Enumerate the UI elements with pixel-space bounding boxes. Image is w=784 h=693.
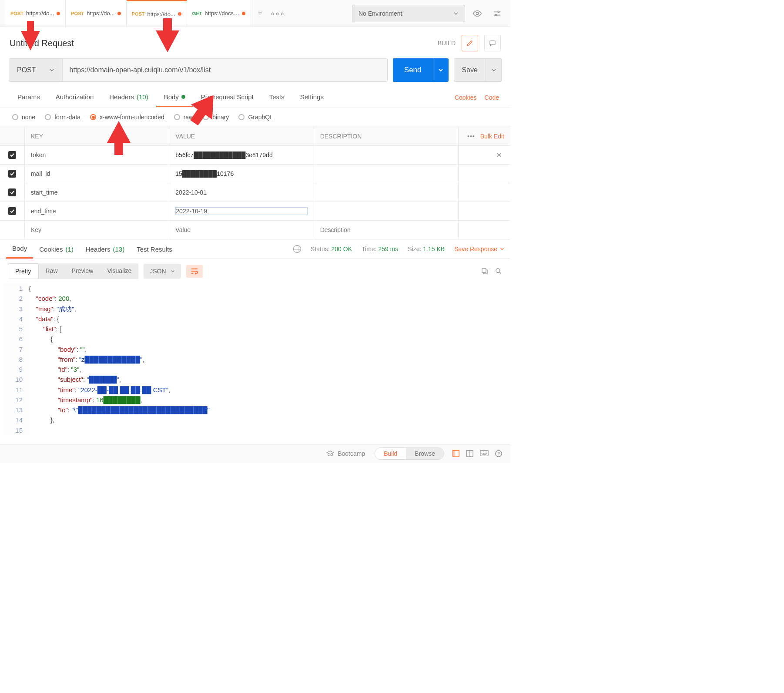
http-method-select[interactable]: POST [9,58,63,82]
columns-menu-button[interactable]: ••• [467,133,475,140]
method-badge: POST [10,11,23,16]
resp-tab-body[interactable]: Body [6,239,33,259]
body-type-none[interactable]: none [12,114,35,121]
code-link[interactable]: Code [485,94,499,101]
pane-single-icon [452,450,460,458]
tab-0[interactable]: POST https://do... [5,0,66,27]
search-button[interactable] [495,267,503,275]
sliders-icon [493,9,502,18]
pane-split-icon [466,450,474,458]
value-input[interactable] [175,207,307,215]
chevron-down-icon [500,247,504,251]
key-input[interactable] [31,208,163,215]
row-checkbox[interactable] [8,207,16,215]
resp-tab-tests[interactable]: Test Results [131,240,178,258]
svg-rect-3 [482,269,486,272]
desc-cell[interactable] [314,165,458,183]
keyboard-icon [480,450,489,457]
method-badge: POST [132,11,145,17]
help-icon [495,450,503,458]
settings-button[interactable] [489,6,505,21]
comments-button[interactable] [484,35,501,51]
tab-overflow-button[interactable]: ∘∘∘ [268,0,286,27]
row-checkbox[interactable] [8,188,16,196]
tab-1[interactable]: POST https://do... [66,0,126,27]
kv-row: b56fc7████████████3e8179dd ✕ [0,146,510,165]
save-dropdown[interactable] [486,58,502,82]
tab-2[interactable]: POST https://do... [127,0,187,27]
key-input[interactable] [31,226,163,233]
pane-split-button[interactable] [466,450,474,458]
url-input[interactable] [62,58,388,82]
wrap-lines-button[interactable] [186,265,203,278]
unsaved-dot-icon [117,12,121,15]
col-value: VALUE [169,127,313,145]
kv-row [0,202,510,221]
mode-browse[interactable]: Browse [406,448,444,459]
key-input[interactable] [31,151,163,158]
tab-body[interactable]: Body [156,88,193,107]
desc-input[interactable] [320,226,452,233]
key-input[interactable] [31,189,163,196]
time-label: Time: 259 ms [362,246,398,252]
tab-params[interactable]: Params [10,88,48,107]
delete-row-button[interactable]: ✕ [458,146,510,164]
tab-headers[interactable]: Headers (10) [101,88,156,107]
key-input[interactable] [31,170,163,177]
save-response-button[interactable]: Save Response [454,246,504,252]
body-type-raw[interactable]: raw [174,114,194,121]
value-input[interactable] [175,189,307,196]
view-preview[interactable]: Preview [65,263,101,279]
value-cell[interactable]: 15████████10176 [175,170,234,177]
resp-tab-headers[interactable]: Headers(13) [80,240,131,258]
unsaved-dot-icon [242,12,245,15]
tab-settings[interactable]: Settings [292,88,332,107]
value-cell[interactable]: b56fc7████████████3e8179dd [175,151,272,158]
environment-select[interactable]: No Environment [352,5,465,22]
save-button[interactable]: Save [454,58,486,82]
copy-icon [481,267,489,275]
send-button[interactable]: Send [393,58,433,82]
tab-prerequest[interactable]: Pre-request Script [193,88,261,107]
mode-build[interactable]: Build [375,448,406,459]
resp-tab-cookies[interactable]: Cookies(1) [33,240,80,258]
row-checkbox[interactable] [8,170,16,178]
body-type-xwww[interactable]: x-www-form-urlencoded [90,114,164,121]
radio-icon [203,114,209,120]
desc-cell[interactable] [314,183,458,202]
build-link[interactable]: BUILD [438,40,456,47]
value-input[interactable] [175,226,307,233]
svg-rect-6 [453,451,455,457]
search-icon [495,267,503,275]
view-visualize[interactable]: Visualize [100,263,138,279]
request-name[interactable]: Untitled Request [10,38,74,48]
tab-authorization[interactable]: Authorization [48,88,102,107]
body-type-form-data[interactable]: form-data [45,114,80,121]
tab-tests[interactable]: Tests [261,88,292,107]
help-button[interactable] [495,450,503,458]
bulk-edit-link[interactable]: Bulk Edit [480,133,504,140]
row-checkbox[interactable] [8,151,16,159]
new-tab-button[interactable]: + [251,0,268,27]
send-dropdown[interactable] [433,58,449,82]
svg-rect-8 [480,451,488,456]
bootcamp-link[interactable]: Bootcamp [326,450,365,458]
cookies-link[interactable]: Cookies [455,94,477,101]
tab-3[interactable]: GET https://docs.... [187,0,251,27]
pane-single-button[interactable] [452,450,460,458]
body-type-binary[interactable]: binary [203,114,229,121]
view-raw[interactable]: Raw [39,263,65,279]
kv-row: 15████████10176 [0,165,510,183]
chevron-down-icon [171,269,175,273]
method-badge: GET [192,11,202,16]
edit-button[interactable] [462,35,478,51]
keyboard-shortcuts-button[interactable] [480,450,489,458]
body-type-graphql[interactable]: GraphQL [238,114,273,121]
desc-cell[interactable] [314,202,458,220]
format-select[interactable]: JSON [144,264,181,279]
desc-cell[interactable] [314,146,458,164]
environment-quicklook-button[interactable] [469,6,485,21]
view-pretty[interactable]: Pretty [8,263,39,279]
copy-button[interactable] [481,267,489,275]
globe-icon[interactable] [293,245,301,253]
